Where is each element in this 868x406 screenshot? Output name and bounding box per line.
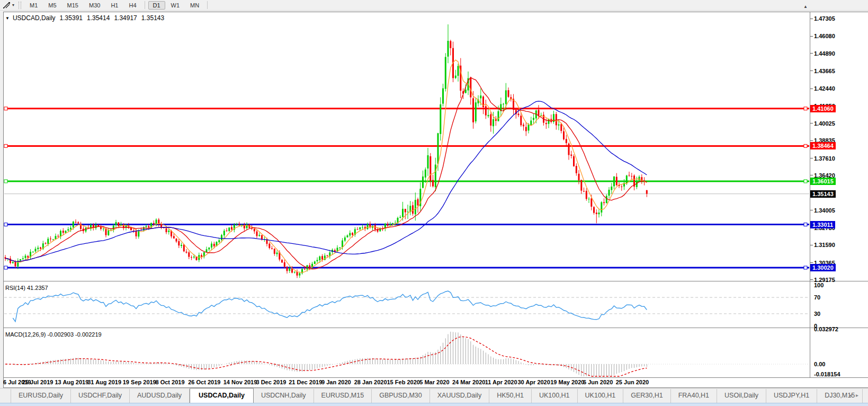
price-tick-mark <box>810 140 813 141</box>
date-tick-label: 25 Jun 2020 <box>616 379 649 385</box>
date-tick-label: 8 Oct 2019 <box>156 379 185 385</box>
price-tick-label: 1.37610 <box>814 155 864 162</box>
macd-axis-label: 0.032972 <box>814 325 864 333</box>
status-strip <box>0 403 868 406</box>
date-tick-label: 28 Jan 2020 <box>354 379 387 385</box>
price-tick-mark <box>810 262 813 263</box>
tab-nav-right-icon: ▸ <box>856 392 863 398</box>
date-tick-label: 14 Nov 2019 <box>223 379 257 385</box>
macd-label: MACD(12,26,9) -0.002903 -0.002219 <box>5 331 102 338</box>
date-tick-label: 6 Jun 2020 <box>583 379 613 385</box>
chart-tab-usdcad-daily[interactable]: USDCAD,Daily <box>190 388 254 403</box>
rsi-axis-label: 100 <box>814 281 864 289</box>
date-tick-label: 24 Mar 2020 <box>452 379 485 385</box>
timeframe-button-D1[interactable]: D1 <box>148 1 165 10</box>
price-tick-label: 1.31590 <box>814 241 864 249</box>
price-tick-mark <box>810 245 813 245</box>
hline-left-handle[interactable] <box>4 180 7 183</box>
cursor-tool-icon[interactable] <box>3 2 11 9</box>
hline-right-handle[interactable] <box>804 144 807 147</box>
price-tick-mark <box>810 89 813 89</box>
date-tick-label: 3 Dec 2019 <box>256 379 287 385</box>
ma-13-line <box>5 77 647 269</box>
hline-left-handle[interactable] <box>4 107 7 110</box>
macd-signal-value: -0.002219 <box>75 331 102 338</box>
price-tick-label: 1.42440 <box>814 85 864 92</box>
price-tick-mark <box>810 70 813 71</box>
timeframe-button-W1[interactable]: W1 <box>166 1 185 10</box>
chart-tab-hk50-h1[interactable]: HK50,H1 <box>489 389 532 403</box>
axis-scroll-up-icon: ▲ <box>803 4 808 9</box>
chart-tab-uk100-h1[interactable]: UK100,H1 <box>532 389 578 403</box>
tab-nav-arrows[interactable]: ◂▸ <box>849 392 863 398</box>
chart-tab-usdjpy-h1[interactable]: USDJPY,H1 <box>766 389 817 403</box>
rsi-axis-label: 30 <box>814 310 864 317</box>
price-tick-label: 1.46080 <box>814 32 864 40</box>
hline-left-handle[interactable] <box>4 266 7 269</box>
price-tick-label: 1.40025 <box>814 120 864 127</box>
date-tick-label: 25 Jul 2019 <box>22 379 53 385</box>
rsi-label: RSI(14) 41.2357 <box>5 285 48 291</box>
chart-tab-xauusd-daily[interactable]: XAUUSD,Daily <box>430 389 489 403</box>
price-tick-label: 1.44890 <box>814 50 864 57</box>
price-tick-label: 1.43665 <box>814 67 864 75</box>
current-price-badge: 1.35143 <box>810 190 836 198</box>
timeframe-toolbar: ▾ M1M5M15M30H1H4D1W1MN ▲ <box>0 0 868 11</box>
hline-right-handle[interactable] <box>804 266 807 269</box>
date-tick-label: 31 Aug 2019 <box>87 379 121 385</box>
timeframe-button-H1[interactable]: H1 <box>106 1 123 10</box>
chart-tab-ger30-h1[interactable]: GER30,H1 <box>623 389 670 403</box>
toolbar-grip[interactable] <box>19 2 21 9</box>
hline-price-badge: 1.38464 <box>810 142 836 149</box>
toolbar-separator <box>145 1 145 9</box>
tool-dropdown-caret-icon[interactable]: ▾ <box>12 3 14 7</box>
price-tick-mark <box>810 53 813 54</box>
date-tick-label: 19 May 2020 <box>550 379 584 385</box>
mt4-window: ▾ M1M5M15M30H1H4D1W1MN ▲ ▼ USDCAD,Daily … <box>0 0 868 406</box>
macd-indicator-pane[interactable] <box>0 329 810 377</box>
timeframe-button-M5[interactable]: M5 <box>43 1 61 10</box>
macd-main-value: -0.002903 <box>47 331 74 338</box>
hline-price-badge: 1.36015 <box>810 178 836 185</box>
date-tick-label: 5 Mar 2020 <box>419 379 449 385</box>
price-tick-mark <box>810 175 813 175</box>
price-tick-mark <box>810 279 813 280</box>
chart-tab-uk100-h1[interactable]: UK100,H1 <box>578 389 624 403</box>
chart-tab-eurusd-daily[interactable]: EURUSD,Daily <box>11 389 71 403</box>
hline-right-handle[interactable] <box>804 223 807 226</box>
date-tick-label: 11 Apr 2020 <box>485 379 517 385</box>
price-tick-mark <box>810 158 813 158</box>
chart-tab-audusd-daily[interactable]: AUDUSD,Daily <box>130 389 190 403</box>
macd-signal-line <box>5 337 647 376</box>
timeframe-button-MN[interactable]: MN <box>185 1 204 10</box>
timeframe-buttons: M1M5M15M30H1H4D1W1MN <box>24 1 210 10</box>
date-tick-label: 26 Oct 2019 <box>188 379 220 385</box>
hline-price-badge: 1.30020 <box>810 264 836 271</box>
chart-tab-bar: EURUSD,DailyUSDCHF,DailyAUDUSD,DailyUSDC… <box>0 388 868 403</box>
date-tick-label: 19 Sep 2019 <box>123 379 156 385</box>
hline-left-handle[interactable] <box>4 144 7 147</box>
hline-left-handle[interactable] <box>4 223 7 226</box>
candlestick-chart[interactable] <box>0 12 810 281</box>
chart-tab-fra40-h1[interactable]: FRA40,H1 <box>671 389 717 403</box>
chart-tab-usdchf-daily[interactable]: USDCHF,Daily <box>71 389 130 403</box>
timeframe-button-H4[interactable]: H4 <box>124 1 141 10</box>
rsi-pane-separator[interactable] <box>3 281 868 281</box>
date-tick-label: 15 Feb 2020 <box>387 379 420 385</box>
chart-tab-usoil-daily[interactable]: USOil,Daily <box>717 389 766 403</box>
price-tick-mark <box>810 210 813 210</box>
chart-tab-usdcnh-daily[interactable]: USDCNH,Daily <box>254 389 314 403</box>
hline-price-badge: 1.41060 <box>810 105 836 112</box>
macd-pane-separator[interactable] <box>3 328 868 328</box>
hline-right-handle[interactable] <box>804 180 807 183</box>
date-tick-label: 9 Jan 2020 <box>321 379 351 385</box>
hline-right-handle[interactable] <box>804 107 807 110</box>
hline-price-badge: 1.33011 <box>810 221 835 228</box>
timeframe-button-M30[interactable]: M30 <box>84 1 105 10</box>
chart-tab-eurusd-m15[interactable]: EURUSD,M15 <box>314 389 372 403</box>
date-tick-label: 30 Apr 2020 <box>518 379 550 385</box>
rsi-indicator-pane[interactable] <box>0 282 810 328</box>
timeframe-button-M1[interactable]: M1 <box>25 1 42 10</box>
chart-tab-gbpusd-m30[interactable]: GBPUSD,M30 <box>372 389 430 403</box>
timeframe-button-M15[interactable]: M15 <box>62 1 83 10</box>
